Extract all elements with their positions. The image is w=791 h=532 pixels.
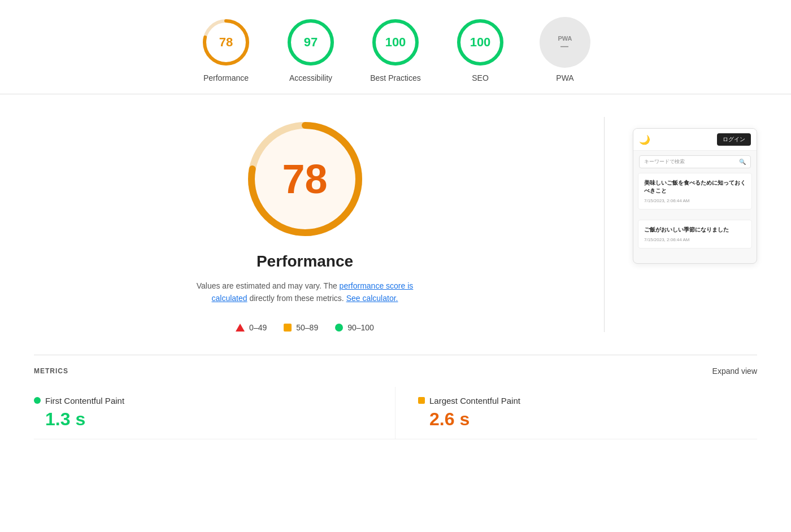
large-score-value: 78 — [282, 156, 327, 202]
large-gauge: 78 — [243, 117, 367, 241]
left-panel: 78 Performance Values are estimated and … — [34, 117, 576, 332]
score-item-pwa[interactable]: PWA — PWA — [540, 17, 590, 82]
score-item-performance[interactable]: 78 Performance — [201, 17, 251, 82]
phone-card-title-2: ご飯がおいしい季節になりました — [644, 226, 746, 234]
legend-item-high: 90–100 — [335, 323, 374, 332]
score-item-accessibility[interactable]: 97 Accessibility — [285, 17, 336, 82]
phone-card-date-1: 7/15/2023, 2:06:44 AM — [644, 198, 746, 203]
main-content: 78 Performance Values are estimated and … — [0, 94, 791, 355]
phone-card-2[interactable]: ご飯がおいしい季節になりました 7/15/2023, 2:06:44 AM — [638, 220, 752, 248]
legend-item-mid: 50–89 — [284, 323, 318, 332]
score-label-best-practices: Best Practices — [370, 73, 420, 82]
metrics-section: METRICS Expand view First Contentful Pai… — [0, 355, 791, 462]
phone-card-1[interactable]: 美味しいご飯を食べるために知っておくべきこと 7/15/2023, 2:06:4… — [638, 173, 752, 210]
phone-login-button[interactable]: ログイン — [717, 133, 751, 146]
metrics-grid: First Contentful Paint 1.3 s Largest Con… — [34, 387, 757, 439]
phone-search-input: キーワードで検索 — [644, 158, 739, 165]
phone-card-title-1: 美味しいご飯を食べるために知っておくべきこと — [644, 179, 746, 195]
score-value-performance: 78 — [219, 35, 233, 50]
legend-square-icon — [284, 324, 292, 332]
score-label-seo: SEO — [472, 73, 489, 82]
metric-name-lcp: Largest Contentful Paint — [429, 396, 520, 405]
score-item-seo[interactable]: 100 SEO — [455, 17, 506, 82]
score-value-seo: 100 — [470, 35, 491, 50]
pwa-dash: — — [560, 42, 570, 51]
score-value-best-practices: 100 — [385, 35, 406, 50]
score-circle-performance: 78 — [201, 17, 251, 68]
right-panel: 🌙 ログイン キーワードで検索 🔍 美味しいご飯を食べるために知っておくべきこと… — [633, 117, 757, 332]
legend: 0–49 50–89 90–100 — [236, 323, 374, 332]
score-circle-accessibility: 97 — [285, 17, 336, 68]
legend-triangle-icon — [236, 324, 245, 332]
metrics-header: METRICS Expand view — [34, 355, 757, 376]
pwa-label-top: PWA — [558, 35, 572, 42]
score-value-accessibility: 97 — [304, 35, 318, 50]
panel-divider — [604, 117, 605, 332]
phone-search-bar[interactable]: キーワードで検索 🔍 — [639, 155, 751, 168]
desc-link-calc[interactable]: See calculator. — [346, 294, 398, 303]
phone-search-icon: 🔍 — [739, 159, 746, 165]
score-circle-pwa: PWA — — [540, 17, 590, 68]
legend-range-high: 90–100 — [347, 323, 374, 332]
metric-item-fcp: First Contentful Paint 1.3 s — [34, 387, 395, 439]
perf-desc: Values are estimated and may vary. The p… — [186, 280, 424, 305]
metrics-title: METRICS — [34, 367, 68, 375]
metric-dot-fcp — [34, 397, 41, 404]
legend-range-low: 0–49 — [249, 323, 267, 332]
legend-range-mid: 50–89 — [296, 323, 318, 332]
phone-header: 🌙 ログイン — [633, 129, 757, 151]
legend-circle-icon — [335, 324, 343, 332]
expand-view-button[interactable]: Expand view — [712, 367, 757, 376]
metric-value-fcp: 1.3 s — [34, 409, 372, 430]
legend-item-low: 0–49 — [236, 323, 267, 332]
desc-before: Values are estimated and may vary. The — [197, 281, 337, 290]
score-label-pwa: PWA — [556, 73, 573, 82]
moon-icon: 🌙 — [639, 134, 650, 145]
score-label-performance: Performance — [203, 73, 249, 82]
metric-name-row-lcp: Largest Contentful Paint — [418, 396, 757, 405]
score-label-accessibility: Accessibility — [289, 73, 332, 82]
score-circle-seo: 100 — [455, 17, 506, 68]
score-item-best-practices[interactable]: 100 Best Practices — [370, 17, 421, 82]
metric-dot-lcp — [418, 397, 425, 404]
metric-value-lcp: 2.6 s — [418, 409, 757, 430]
metric-name-fcp: First Contentful Paint — [45, 396, 124, 405]
metric-item-lcp: Largest Contentful Paint 2.6 s — [395, 387, 757, 439]
phone-card-date-2: 7/15/2023, 2:06:44 AM — [644, 237, 746, 242]
metric-name-row-fcp: First Contentful Paint — [34, 396, 372, 405]
desc-middle2: directly from these metrics. — [249, 294, 344, 303]
score-circle-best-practices: 100 — [370, 17, 421, 68]
score-bar: 78 Performance 97 Accessibility 100 Best… — [0, 0, 791, 94]
phone-frame: 🌙 ログイン キーワードで検索 🔍 美味しいご飯を食べるために知っておくべきこと… — [633, 128, 757, 264]
perf-title: Performance — [257, 252, 353, 271]
